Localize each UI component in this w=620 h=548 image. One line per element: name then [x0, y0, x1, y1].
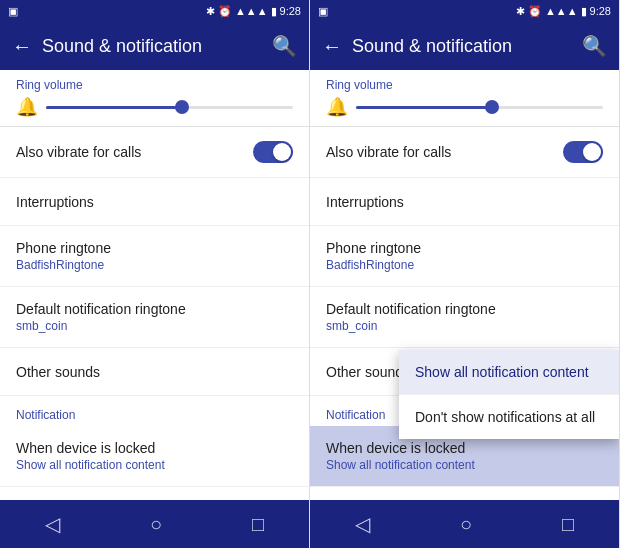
time-display: 9:28 — [280, 5, 301, 17]
left-content: Ring volume 🔔 Also vibrate for calls — [0, 70, 309, 500]
battery-icon: ▮ — [271, 5, 277, 18]
slider-track — [46, 106, 293, 109]
phone-ringtone-item-right[interactable]: Phone ringtone BadfishRingtone — [310, 226, 619, 287]
right-panel: ▣ ✱ ⏰ ▲▲▲ ▮ 9:28 ← Sound & notification … — [310, 0, 620, 548]
vibrate-for-calls-item-right[interactable]: Also vibrate for calls — [310, 127, 619, 178]
dropdown-option-dont-show[interactable]: Don't show notifications at all — [399, 395, 619, 439]
when-locked-item[interactable]: When device is locked Show all notificat… — [0, 426, 309, 487]
ring-volume-slider[interactable] — [46, 97, 293, 117]
ring-volume-slider-right[interactable] — [356, 97, 603, 117]
bottom-nav-left: ◁ ○ □ — [0, 500, 309, 548]
interruptions-label-right: Interruptions — [326, 194, 404, 210]
vibrate-label: Also vibrate for calls — [16, 144, 141, 160]
status-bar-right-icons: ✱ ⏰ ▲▲▲ ▮ 9:28 — [206, 5, 301, 18]
page-title-right: Sound & notification — [352, 36, 572, 57]
status-bar-left-icons: ▣ — [8, 5, 18, 18]
alarm-icon-right: ⏰ — [528, 5, 542, 18]
alarm-icon: ⏰ — [218, 5, 232, 18]
when-locked-label: When device is locked — [16, 440, 165, 456]
battery-icon-right: ▮ — [581, 5, 587, 18]
left-panel: ▣ ✱ ⏰ ▲▲▲ ▮ 9:28 ← Sound & notification … — [0, 0, 310, 548]
default-notification-value-right: smb_coin — [326, 319, 496, 333]
ring-volume-row: 🔔 — [16, 96, 293, 118]
app-bar-left: ← Sound & notification 🔍 — [0, 22, 309, 70]
bell-icon: 🔔 — [16, 96, 38, 118]
when-locked-value: Show all notification content — [16, 458, 165, 472]
bluetooth-icon-right: ✱ — [516, 5, 525, 18]
status-bar-right-right: ✱ ⏰ ▲▲▲ ▮ 9:28 — [516, 5, 611, 18]
page-title: Sound & notification — [42, 36, 262, 57]
back-button-right[interactable]: ← — [322, 35, 342, 58]
status-bar-right: ▣ ✱ ⏰ ▲▲▲ ▮ 9:28 — [310, 0, 619, 22]
signal-bars-icon: ▲▲▲ — [235, 5, 268, 17]
sim-icon: ▣ — [8, 5, 18, 18]
other-sounds-item[interactable]: Other sounds — [0, 348, 309, 396]
search-button-right[interactable]: 🔍 — [582, 34, 607, 58]
nav-recent-icon-right[interactable]: □ — [562, 513, 574, 536]
dropdown-popup: Show all notification content Don't show… — [399, 350, 619, 439]
ring-volume-row-right: 🔔 — [326, 96, 603, 118]
notification-section-header: Notification — [0, 396, 309, 426]
interruptions-label: Interruptions — [16, 194, 94, 210]
default-notification-label: Default notification ringtone — [16, 301, 186, 317]
slider-fill-right — [356, 106, 492, 109]
bottom-nav-right: ◁ ○ □ — [310, 500, 619, 548]
when-locked-label-right: When device is locked — [326, 440, 475, 456]
slider-fill — [46, 106, 182, 109]
dropdown-option-show-all[interactable]: Show all notification content — [399, 350, 619, 395]
nav-home-icon[interactable]: ○ — [150, 513, 162, 536]
interruptions-item-right[interactable]: Interruptions — [310, 178, 619, 226]
toggle-thumb-right — [583, 143, 601, 161]
default-notification-item[interactable]: Default notification ringtone smb_coin — [0, 287, 309, 348]
app-notifications-item-right[interactable]: App notifications — [310, 487, 619, 500]
ring-volume-label: Ring volume — [16, 78, 293, 92]
nav-recent-icon[interactable]: □ — [252, 513, 264, 536]
sim-icon-right: ▣ — [318, 5, 328, 18]
other-sounds-label-right: Other sounds — [326, 364, 410, 380]
other-sounds-label: Other sounds — [16, 364, 100, 380]
app-bar-right: ← Sound & notification 🔍 — [310, 22, 619, 70]
vibrate-for-calls-item[interactable]: Also vibrate for calls — [0, 127, 309, 178]
vibrate-toggle-right[interactable] — [563, 141, 603, 163]
slider-thumb-right — [485, 100, 499, 114]
default-notification-label-right: Default notification ringtone — [326, 301, 496, 317]
when-locked-value-right: Show all notification content — [326, 458, 475, 472]
nav-back-icon[interactable]: ◁ — [45, 512, 60, 536]
signal-bars-icon-right: ▲▲▲ — [545, 5, 578, 17]
phone-ringtone-value-right: BadfishRingtone — [326, 258, 421, 272]
nav-back-icon-right[interactable]: ◁ — [355, 512, 370, 536]
status-bar-right-left: ▣ — [318, 5, 328, 18]
phone-ringtone-item[interactable]: Phone ringtone BadfishRingtone — [0, 226, 309, 287]
status-bar-left: ▣ ✱ ⏰ ▲▲▲ ▮ 9:28 — [0, 0, 309, 22]
default-notification-item-right[interactable]: Default notification ringtone smb_coin — [310, 287, 619, 348]
bluetooth-icon: ✱ — [206, 5, 215, 18]
interruptions-item[interactable]: Interruptions — [0, 178, 309, 226]
default-notification-value: smb_coin — [16, 319, 186, 333]
ring-volume-label-right: Ring volume — [326, 78, 603, 92]
phone-ringtone-label-right: Phone ringtone — [326, 240, 421, 256]
phone-ringtone-label: Phone ringtone — [16, 240, 111, 256]
slider-track-right — [356, 106, 603, 109]
time-display-right: 9:28 — [590, 5, 611, 17]
vibrate-label-right: Also vibrate for calls — [326, 144, 451, 160]
bell-icon-right: 🔔 — [326, 96, 348, 118]
app-notifications-item[interactable]: App notifications — [0, 487, 309, 500]
slider-thumb — [175, 100, 189, 114]
search-button[interactable]: 🔍 — [272, 34, 297, 58]
toggle-thumb — [273, 143, 291, 161]
vibrate-toggle[interactable] — [253, 141, 293, 163]
phone-ringtone-value: BadfishRingtone — [16, 258, 111, 272]
back-button[interactable]: ← — [12, 35, 32, 58]
ring-volume-section-right: Ring volume 🔔 — [310, 70, 619, 127]
nav-home-icon-right[interactable]: ○ — [460, 513, 472, 536]
ring-volume-section: Ring volume 🔔 — [0, 70, 309, 127]
